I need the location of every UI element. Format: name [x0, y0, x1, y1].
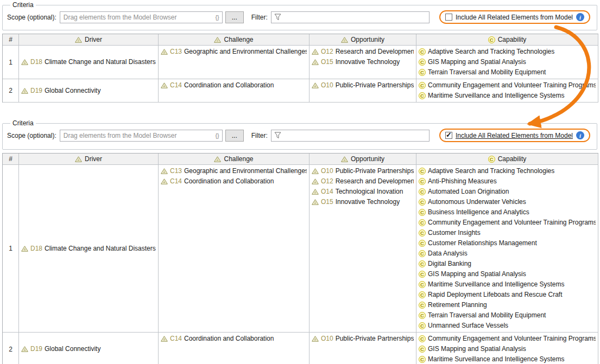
scope-field[interactable]: {}	[60, 11, 223, 23]
element-id: O12	[321, 47, 333, 57]
include-related-label[interactable]: Include All Related Elements from Model	[456, 132, 573, 139]
challenge-item[interactable]: C13Geographic and Environmental Challeng…	[161, 47, 307, 57]
filter-input[interactable]	[283, 132, 429, 139]
element-name: Anti-Phishing Measures	[428, 176, 497, 187]
opportunity-item[interactable]: O12Research and Development	[312, 176, 414, 187]
col-header-driver[interactable]: Driver	[19, 154, 159, 165]
opportunity-cell[interactable]: O10Public-Private Partnerships	[310, 333, 416, 364]
capability-item[interactable]: CCustomer Relationships Management	[419, 238, 596, 248]
driver-cell[interactable]: D18Climate Change and Natural Disasters	[19, 46, 159, 79]
col-header-challenge[interactable]: Challenge	[159, 34, 310, 46]
element-name: GIS Mapping and Spatial Analysis	[428, 57, 526, 67]
opportunity-item[interactable]: O10Public-Private Partnerships	[312, 166, 414, 176]
include-related-checkbox[interactable]	[445, 132, 452, 139]
capability-icon: C	[419, 229, 426, 237]
capability-item[interactable]: CRetirement Planning	[419, 300, 596, 310]
capability-item[interactable]: CGIS Mapping and Spatial Analysis	[419, 269, 596, 279]
criteria-group-bottom: Criteria Scope (optional): {} ... Filter…	[2, 119, 597, 150]
opportunity-item[interactable]: O10Public-Private Partnerships	[312, 334, 414, 344]
challenge-cell[interactable]: C14Coordination and Collaboration	[159, 333, 310, 364]
capability-item[interactable]: CDigital Banking	[419, 259, 596, 269]
capability-item[interactable]: CUnmanned Surface Vessels	[419, 321, 596, 331]
opportunity-item[interactable]: O14Technological Inovation	[312, 187, 414, 197]
capability-item[interactable]: CGIS Mapping and Spatial Analysis	[419, 344, 596, 354]
opportunity-item[interactable]: O15Innovative Technology	[312, 197, 414, 207]
challenge-item[interactable]: C14Coordination and Collaboration	[161, 176, 307, 187]
scope-browse-button[interactable]: ...	[225, 11, 244, 23]
opportunity-cell[interactable]: O10Public-Private PartnershipsO12Researc…	[310, 165, 416, 333]
challenge-cell[interactable]: C14Coordination and Collaboration	[159, 79, 310, 103]
capability-item[interactable]: CGIS Mapping and Spatial Analysis	[419, 57, 596, 67]
include-related-group-top[interactable]: Include All Related Elements from Model	[439, 10, 590, 24]
driver-cell[interactable]: D19Global Connectivity	[19, 79, 159, 103]
challenge-item[interactable]: C14Coordination and Collaboration	[161, 334, 307, 344]
challenge-item[interactable]: C14Coordination and Collaboration	[161, 80, 307, 91]
scope-input[interactable]	[60, 132, 213, 139]
capability-cell[interactable]: CCommunity Engagement and Volunteer Trai…	[416, 333, 598, 364]
driver-cell[interactable]: D19Global Connectivity	[19, 333, 159, 364]
element-id: O15	[321, 197, 333, 207]
capability-item[interactable]: CCustomer Insights	[419, 228, 596, 238]
col-header-num[interactable]: #	[3, 34, 19, 46]
capability-icon: C	[419, 168, 426, 175]
filter-label: Filter:	[251, 14, 268, 21]
challenge-cell[interactable]: C13Geographic and Environmental Challeng…	[159, 46, 310, 79]
challenge-item[interactable]: C13Geographic and Environmental Challeng…	[161, 166, 307, 176]
capability-item[interactable]: CData Analysis	[419, 248, 596, 259]
col-header-challenge[interactable]: Challenge	[159, 154, 310, 165]
info-icon[interactable]	[576, 131, 584, 139]
driver-item[interactable]: D19Global Connectivity	[21, 86, 156, 96]
capability-cell[interactable]: CAdaptive Search and Tracking Technologi…	[416, 165, 598, 333]
capability-item[interactable]: CMaritime Surveillance and Intelligence …	[419, 279, 596, 290]
include-related-checkbox[interactable]	[445, 14, 452, 21]
element-name: Community Engagement and Volunteer Train…	[428, 334, 596, 344]
element-name: Automated Loan Origination	[428, 187, 509, 197]
driver-item[interactable]: D19Global Connectivity	[21, 344, 156, 354]
capability-item[interactable]: CCommunity Engagement and Volunteer Trai…	[419, 334, 596, 344]
element-name: Climate Change and Natural Disasters	[45, 57, 156, 67]
opportunity-item[interactable]: O12Research and Development	[312, 47, 414, 57]
col-header-capability[interactable]: CCapability	[416, 34, 598, 46]
capability-cell[interactable]: CAdaptive Search and Tracking Technologi…	[416, 46, 598, 79]
capability-item[interactable]: CCommunity Engagement and Volunteer Trai…	[419, 80, 596, 91]
scope-field[interactable]: {}	[60, 130, 223, 142]
col-header-driver[interactable]: Driver	[19, 34, 159, 46]
scope-input[interactable]	[60, 14, 213, 21]
opportunity-cell[interactable]: O12Research and DevelopmentO15Innovative…	[310, 46, 416, 79]
filter-field[interactable]	[271, 130, 430, 142]
col-header-opportunity[interactable]: Opportunity	[310, 34, 416, 46]
scope-browse-button[interactable]: ...	[225, 130, 244, 142]
driver-item[interactable]: D18Climate Change and Natural Disasters	[21, 57, 156, 67]
table-row: 1D18Climate Change and Natural Disasters…	[3, 46, 598, 79]
capability-item[interactable]: CTerrain Traversal and Mobility Equipmen…	[419, 67, 596, 78]
filter-field[interactable]	[271, 11, 430, 23]
col-header-capability[interactable]: CCapability	[416, 154, 598, 165]
capability-item[interactable]: CAutomated Loan Origination	[419, 187, 596, 197]
capability-item[interactable]: CMaritime Surveillance and Intelligence …	[419, 354, 596, 364]
capability-item[interactable]: CAdaptive Search and Tracking Technologi…	[419, 47, 596, 57]
col-header-num[interactable]: #	[3, 154, 19, 165]
col-header-opportunity[interactable]: Opportunity	[310, 154, 416, 165]
include-related-group-bottom[interactable]: Include All Related Elements from Model	[439, 129, 590, 142]
capability-icon: C	[488, 156, 495, 163]
opportunity-item[interactable]: O15Innovative Technology	[312, 57, 414, 67]
filter-input[interactable]	[283, 14, 429, 21]
include-related-label[interactable]: Include All Related Elements from Model	[456, 14, 573, 21]
info-icon[interactable]	[576, 13, 584, 21]
capability-item[interactable]: CMaritime Surveillance and Intelligence …	[419, 91, 596, 101]
opportunity-icon	[341, 37, 348, 43]
criteria-group-top: Criteria Scope (optional): {} ... Filter…	[2, 1, 597, 30]
capability-cell[interactable]: CCommunity Engagement and Volunteer Trai…	[416, 79, 598, 103]
capability-item[interactable]: CTerrain Traversal and Mobility Equipmen…	[419, 310, 596, 321]
driver-cell[interactable]: D18Climate Change and Natural Disasters	[19, 165, 159, 333]
challenge-cell[interactable]: C13Geographic and Environmental Challeng…	[159, 165, 310, 333]
capability-item[interactable]: CBusiness Intelligence and Analytics	[419, 207, 596, 218]
capability-item[interactable]: CAnti-Phishing Measures	[419, 176, 596, 187]
capability-item[interactable]: CRapid Deployment Lifeboats and Rescue C…	[419, 290, 596, 300]
capability-item[interactable]: CCommunity Engagement and Volunteer Trai…	[419, 218, 596, 228]
driver-item[interactable]: D18Climate Change and Natural Disasters	[21, 244, 156, 254]
capability-item[interactable]: CAutonomous Underwater Vehicles	[419, 197, 596, 207]
opportunity-cell[interactable]: O10Public-Private Partnerships	[310, 79, 416, 103]
capability-item[interactable]: CAdaptive Search and Tracking Technologi…	[419, 166, 596, 176]
opportunity-item[interactable]: O10Public-Private Partnerships	[312, 80, 414, 91]
